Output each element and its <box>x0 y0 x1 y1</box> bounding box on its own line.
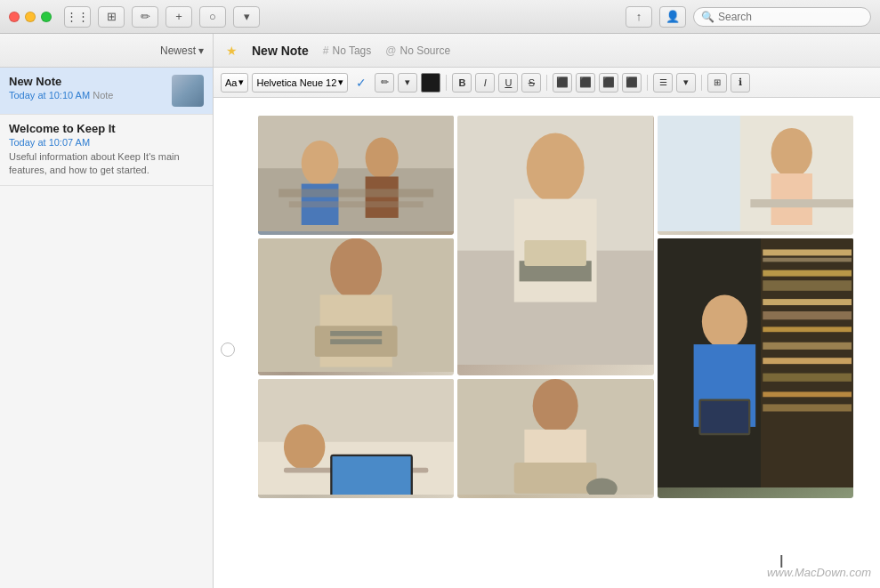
photo-image <box>258 238 454 375</box>
svg-rect-45 <box>763 342 852 350</box>
search-input[interactable] <box>718 11 863 23</box>
add-button[interactable]: + <box>166 6 192 28</box>
note-item-title: New Note <box>9 75 165 88</box>
star-icon[interactable]: ★ <box>226 44 238 58</box>
search-box[interactable]: 🔍 <box>693 7 871 27</box>
list-arrow-button[interactable]: ▾ <box>676 73 696 93</box>
photo-cell[interactable] <box>457 379 653 498</box>
info-button[interactable]: ℹ <box>731 73 750 93</box>
svg-rect-44 <box>763 326 852 332</box>
note-item-meta: Today at 10:07 AM <box>9 137 204 148</box>
list-button[interactable]: ☰ <box>653 73 673 93</box>
svg-rect-48 <box>763 391 852 397</box>
note-timestamp: Today at 10:10 AM <box>9 90 90 101</box>
photo-image <box>658 238 853 498</box>
photo-image <box>258 379 454 498</box>
photo-cell[interactable] <box>658 238 853 498</box>
students-illustration <box>258 116 454 231</box>
align-right-icon: ⬛ <box>602 77 615 88</box>
table-button[interactable]: ⊞ <box>707 73 727 93</box>
svg-rect-40 <box>763 270 852 277</box>
svg-rect-15 <box>658 116 740 231</box>
note-item-title: Welcome to Keep It <box>9 122 204 135</box>
note-item-excerpt: Useful information about Keep It's main … <box>9 150 204 178</box>
dropdown-icon: ▾ <box>244 10 250 23</box>
note-thumbnail <box>172 75 204 107</box>
bold-button[interactable]: B <box>452 73 472 93</box>
svg-rect-39 <box>763 258 852 262</box>
font-size-select[interactable]: Aa ▾ <box>221 73 248 93</box>
confirm-button[interactable]: ✓ <box>351 73 371 93</box>
divider <box>446 75 447 91</box>
italic-button[interactable]: I <box>475 73 495 93</box>
svg-rect-6 <box>279 189 433 197</box>
sidebar-toggle-button[interactable]: ⋮⋮ <box>64 6 91 28</box>
photo-cell[interactable] <box>258 379 454 498</box>
sort-button[interactable]: Newest ▾ <box>160 44 204 57</box>
search-icon: 🔍 <box>701 11 714 23</box>
strikethrough-icon: S <box>529 77 535 88</box>
circle-button[interactable]: ○ <box>199 6 226 28</box>
photo-cell[interactable] <box>258 238 454 375</box>
sidebar-list: New Note Today at 10:10 AM Note Welcome … <box>0 68 213 588</box>
dropdown-button[interactable]: ▾ <box>233 6 260 28</box>
at-icon: @ <box>385 44 396 57</box>
share-icon: ↑ <box>636 10 642 23</box>
photo-image <box>258 116 454 235</box>
no-tags-label[interactable]: # No Tags <box>323 44 372 57</box>
no-source-label[interactable]: @ No Source <box>385 44 450 57</box>
bold-icon: B <box>458 77 465 88</box>
close-button[interactable] <box>9 12 20 22</box>
check-icon: ✓ <box>356 76 367 90</box>
sidebar: Newest ▾ New Note Today at 10:10 AM Note <box>0 34 214 588</box>
woman-desk-illustration <box>658 116 853 231</box>
sidebar-toolbar: Newest ▾ <box>0 34 213 68</box>
svg-point-10 <box>527 133 585 203</box>
note-item-content: Welcome to Keep It Today at 10:07 AM Use… <box>9 122 204 178</box>
font-name-select[interactable]: Helvetica Neue 12 ▾ <box>252 73 348 93</box>
editor-area: ★ New Note # No Tags @ No Source Aa ▾ He… <box>214 34 880 588</box>
note-item[interactable]: New Note Today at 10:10 AM Note <box>0 68 213 115</box>
svg-rect-7 <box>289 201 424 207</box>
main-layout: Newest ▾ New Note Today at 10:10 AM Note <box>0 34 880 588</box>
editor-checkbox[interactable] <box>221 342 235 357</box>
align-left-button[interactable]: ⬛ <box>553 73 572 93</box>
sidebar-toggle-icon: ⋮⋮ <box>66 10 89 23</box>
align-right-button[interactable]: ⬛ <box>599 73 618 93</box>
font-size-arrow-icon: ▾ <box>238 77 244 88</box>
strikethrough-button[interactable]: S <box>521 73 541 93</box>
photo-cell[interactable] <box>457 116 653 375</box>
pen-arrow-button[interactable]: ▾ <box>398 73 417 93</box>
account-button[interactable]: 👤 <box>659 6 686 28</box>
underline-button[interactable]: U <box>498 73 518 93</box>
sort-label: Newest <box>160 44 196 57</box>
color-picker-button[interactable] <box>421 73 440 93</box>
note-item[interactable]: Welcome to Keep It Today at 10:07 AM Use… <box>0 115 213 186</box>
layout-button[interactable]: ⊞ <box>98 6 125 28</box>
svg-rect-18 <box>750 199 853 207</box>
note-thumb-image <box>172 75 204 107</box>
share-button[interactable]: ↑ <box>626 6 652 28</box>
format-toolbar: Aa ▾ Helvetica Neue 12 ▾ ✓ ✏ ▾ B I <box>214 68 880 98</box>
layout-icon: ⊞ <box>107 10 117 23</box>
table-icon: ⊞ <box>714 77 721 87</box>
fullscreen-button[interactable] <box>41 12 52 22</box>
minimize-button[interactable] <box>25 12 36 22</box>
align-center-button[interactable]: ⬛ <box>576 73 595 93</box>
svg-rect-49 <box>763 404 852 411</box>
compose-button[interactable]: ✏ <box>132 6 158 28</box>
info-icon: ℹ <box>739 77 742 88</box>
svg-rect-42 <box>763 299 852 305</box>
align-justify-button[interactable]: ⬛ <box>622 73 642 93</box>
svg-rect-1 <box>258 168 454 231</box>
svg-rect-38 <box>763 249 852 255</box>
svg-rect-13 <box>525 240 587 266</box>
svg-point-27 <box>284 424 325 470</box>
woman-overhead-illustration <box>258 238 454 372</box>
svg-rect-30 <box>332 456 410 495</box>
photo-cell[interactable] <box>658 116 853 235</box>
pen-style-button[interactable]: ✏ <box>375 73 394 93</box>
editor-content[interactable]: www.MacDown.com I <box>214 98 880 588</box>
photo-cell[interactable] <box>258 116 454 235</box>
note-item-content: New Note Today at 10:10 AM Note <box>9 75 165 103</box>
